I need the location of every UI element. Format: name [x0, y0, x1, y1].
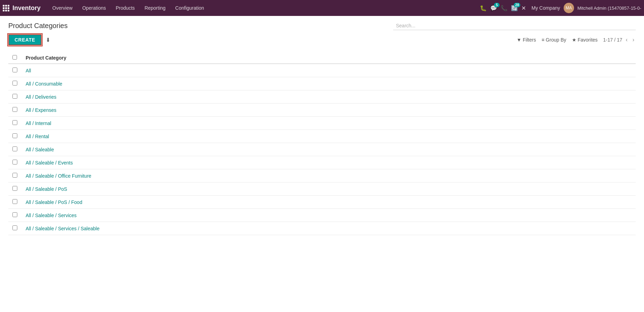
filter-icon: ▼ [517, 37, 521, 43]
row-checkbox-cell[interactable] [8, 90, 21, 104]
product-categories-table: Product Category AllAll / ConsumableAll … [8, 52, 636, 235]
topnav-actions: 🐛 💬 5 📞 🔄 28 ✕ My Company MA Mitchell Ad… [480, 3, 641, 13]
row-checkbox-cell[interactable] [8, 222, 21, 235]
messages-badge: 5 [494, 3, 500, 7]
row-checkbox[interactable] [12, 212, 17, 217]
row-checkbox[interactable] [12, 199, 17, 204]
updates-icon[interactable]: 🔄 28 [511, 5, 518, 11]
username: Mitchell Admin (15470857-15-0- [577, 6, 641, 11]
table-row[interactable]: All / Consumable [8, 77, 636, 90]
product-category-name[interactable]: All / Internal [21, 117, 636, 130]
app-grid-icon[interactable] [3, 5, 9, 11]
table-row[interactable]: All / Saleable / Services [8, 209, 636, 222]
filters-button[interactable]: ▼ Filters [517, 37, 536, 43]
nav-operations[interactable]: Operations [77, 0, 111, 16]
company-name[interactable]: My Company [531, 5, 560, 11]
row-checkbox-cell[interactable] [8, 156, 21, 169]
row-checkbox-cell[interactable] [8, 117, 21, 130]
product-category-name[interactable]: All / Saleable / Services / Saleable [21, 222, 636, 235]
row-checkbox-cell[interactable] [8, 196, 21, 209]
product-category-name[interactable]: All / Saleable [21, 143, 636, 156]
star-icon: ★ [572, 37, 576, 43]
download-icon[interactable]: ⬇ [44, 35, 52, 45]
row-checkbox[interactable] [12, 186, 17, 191]
table-row[interactable]: All / Saleable / PoS / Food [8, 196, 636, 209]
avatar[interactable]: MA [564, 3, 574, 13]
row-checkbox[interactable] [12, 160, 17, 164]
product-category-name[interactable]: All / Consumable [21, 77, 636, 90]
toolbar: CREATE ⬇ ▼ Filters ≡ Group By ★ Favorite… [8, 34, 636, 48]
row-checkbox-cell[interactable] [8, 64, 21, 77]
table-row[interactable]: All [8, 64, 636, 77]
toolbar-left: CREATE ⬇ [8, 34, 52, 45]
nav-overview[interactable]: Overview [47, 0, 77, 16]
product-category-name[interactable]: All [21, 64, 636, 77]
row-checkbox-cell[interactable] [8, 169, 21, 182]
table-row[interactable]: All / Internal [8, 117, 636, 130]
product-category-name[interactable]: All / Saleable / PoS / Food [21, 196, 636, 209]
favorites-label: Favorites [578, 37, 598, 43]
pagination-next[interactable]: › [631, 37, 636, 43]
page-header: Product Categories [8, 21, 636, 30]
table-row[interactable]: All / Saleable [8, 143, 636, 156]
row-checkbox[interactable] [12, 225, 17, 230]
product-category-name[interactable]: All / Saleable / Services [21, 209, 636, 222]
table-row[interactable]: All / Deliveries [8, 90, 636, 104]
pagination-text: 1-17 / 17 [603, 37, 622, 43]
pagination-prev[interactable]: ‹ [624, 37, 629, 43]
page-title: Product Categories [8, 22, 68, 30]
table-row[interactable]: All / Saleable / PoS [8, 182, 636, 196]
select-all-checkbox[interactable] [12, 55, 17, 60]
product-category-name[interactable]: All / Deliveries [21, 90, 636, 104]
close-icon[interactable]: ✕ [521, 5, 526, 11]
select-all-checkbox-cell[interactable] [8, 52, 21, 64]
product-category-name[interactable]: All / Saleable / Office Furniture [21, 169, 636, 182]
row-checkbox[interactable] [12, 146, 17, 151]
updates-badge: 28 [514, 3, 520, 7]
table-row[interactable]: All / Expenses [8, 104, 636, 117]
main-content: Product Categories CREATE ⬇ ▼ Filters ≡ … [0, 16, 644, 241]
groupby-icon: ≡ [541, 37, 544, 43]
nav-configuration[interactable]: Configuration [170, 0, 209, 16]
row-checkbox[interactable] [12, 133, 17, 138]
row-checkbox[interactable] [12, 107, 17, 112]
group-by-label: Group By [546, 37, 566, 43]
table-row[interactable]: All / Saleable / Services / Saleable [8, 222, 636, 235]
product-category-name[interactable]: All / Expenses [21, 104, 636, 117]
column-header-product-category: Product Category [21, 52, 636, 64]
table-row[interactable]: All / Rental [8, 130, 636, 143]
favorites-button[interactable]: ★ Favorites [572, 37, 598, 43]
nav-reporting[interactable]: Reporting [140, 0, 170, 16]
row-checkbox-cell[interactable] [8, 182, 21, 196]
bug-icon[interactable]: 🐛 [480, 5, 487, 11]
row-checkbox[interactable] [12, 81, 17, 86]
table-row[interactable]: All / Saleable / Events [8, 156, 636, 169]
top-menu: Overview Operations Products Reporting C… [47, 0, 480, 16]
group-by-button[interactable]: ≡ Group By [541, 37, 566, 43]
filters-label: Filters [523, 37, 536, 43]
pagination: 1-17 / 17 ‹ › [603, 37, 636, 43]
row-checkbox[interactable] [12, 94, 17, 99]
search-input[interactable] [393, 21, 636, 30]
product-category-name[interactable]: All / Rental [21, 130, 636, 143]
nav-products[interactable]: Products [111, 0, 140, 16]
row-checkbox[interactable] [12, 68, 17, 72]
app-brand[interactable]: Inventory [12, 5, 41, 12]
row-checkbox[interactable] [12, 173, 17, 178]
row-checkbox-cell[interactable] [8, 104, 21, 117]
messages-icon[interactable]: 💬 5 [490, 5, 497, 11]
phone-icon[interactable]: 📞 [501, 5, 508, 11]
row-checkbox-cell[interactable] [8, 209, 21, 222]
create-button[interactable]: CREATE [8, 34, 42, 45]
table-row[interactable]: All / Saleable / Office Furniture [8, 169, 636, 182]
row-checkbox-cell[interactable] [8, 77, 21, 90]
toolbar-right: ▼ Filters ≡ Group By ★ Favorites 1-17 / … [517, 37, 636, 43]
table-header-row: Product Category [8, 52, 636, 64]
row-checkbox-cell[interactable] [8, 143, 21, 156]
product-category-name[interactable]: All / Saleable / Events [21, 156, 636, 169]
table-body: AllAll / ConsumableAll / DeliveriesAll /… [8, 64, 636, 235]
product-category-name[interactable]: All / Saleable / PoS [21, 182, 636, 196]
top-navigation: Inventory Overview Operations Products R… [0, 0, 644, 16]
row-checkbox[interactable] [12, 120, 17, 125]
row-checkbox-cell[interactable] [8, 130, 21, 143]
